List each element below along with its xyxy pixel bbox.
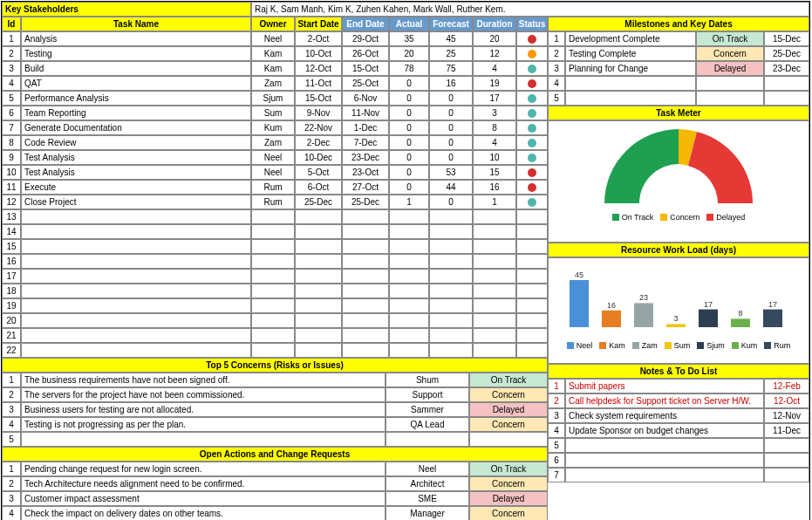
action-owner[interactable]: SME <box>386 491 469 506</box>
task-duration[interactable]: 3 <box>473 106 516 120</box>
concern-owner[interactable]: Shum <box>386 373 469 387</box>
concern-owner[interactable]: Sammer <box>386 402 469 417</box>
note-date[interactable]: 12-Feb <box>764 379 809 393</box>
note-row[interactable]: 1Submit papers12-Feb <box>548 379 809 393</box>
task-row[interactable]: 6Team ReportingSum9-Nov11-Nov003 <box>2 106 548 120</box>
concern-owner[interactable]: Support <box>386 387 469 402</box>
task-row-empty[interactable]: 21 <box>2 328 548 343</box>
task-end[interactable]: 15-Oct <box>342 61 389 76</box>
task-forecast[interactable]: 53 <box>429 165 473 180</box>
milestone-text[interactable]: Planning for Change <box>565 61 696 76</box>
task-forecast[interactable]: 44 <box>429 180 473 195</box>
milestone-text[interactable]: Testing Complete <box>565 46 696 61</box>
action-row[interactable]: 2Tech Architecture needs alignment need … <box>2 476 548 491</box>
task-end[interactable]: 25-Oct <box>342 76 389 91</box>
task-row[interactable]: 8Code ReviewZam2-Dec7-Dec004 <box>2 135 548 150</box>
task-row-empty[interactable]: 20 <box>2 313 548 328</box>
task-duration[interactable]: 19 <box>473 76 516 91</box>
task-name[interactable]: QAT <box>21 76 251 91</box>
task-end[interactable]: 25-Dec <box>342 195 389 209</box>
milestone-date[interactable] <box>764 76 809 91</box>
milestone-date[interactable]: 25-Dec <box>764 46 809 61</box>
concern-text[interactable] <box>21 432 386 447</box>
task-name[interactable]: Test Analysis <box>21 165 251 180</box>
task-name[interactable]: Close Project <box>21 195 251 209</box>
task-row-empty[interactable]: 13 <box>2 209 548 224</box>
task-end[interactable]: 27-Oct <box>342 180 389 195</box>
note-row[interactable]: 2Call helpdesk for Support ticket on Ser… <box>548 393 809 408</box>
concern-row[interactable]: 5 <box>2 432 548 447</box>
task-duration[interactable]: 8 <box>473 120 516 135</box>
task-name[interactable]: Execute <box>21 180 251 195</box>
task-owner[interactable]: Zam <box>251 135 295 150</box>
task-name[interactable]: Team Reporting <box>21 106 251 120</box>
task-row-empty[interactable]: 15 <box>2 239 548 254</box>
task-owner[interactable]: Zam <box>251 76 295 91</box>
task-start[interactable]: 11-Oct <box>295 76 342 91</box>
task-duration[interactable]: 12 <box>473 46 516 61</box>
task-start[interactable]: 2-Dec <box>295 135 342 150</box>
note-text[interactable]: Check system requirements <box>565 408 764 423</box>
task-row-empty[interactable]: 19 <box>2 298 548 313</box>
note-row[interactable]: 3Check system requirements12-Nov <box>548 408 809 423</box>
concern-row[interactable]: 4Testing is not progressing as per the p… <box>2 417 548 432</box>
task-duration[interactable]: 4 <box>473 135 516 150</box>
task-start[interactable]: 5-Oct <box>295 165 342 180</box>
task-owner[interactable]: Kam <box>251 61 295 76</box>
milestone-row[interactable]: 5 <box>548 91 809 106</box>
task-actual[interactable]: 0 <box>389 180 429 195</box>
task-name[interactable]: Test Analysis <box>21 150 251 165</box>
note-row[interactable]: 5 <box>548 438 809 453</box>
task-end[interactable]: 7-Dec <box>342 135 389 150</box>
task-owner[interactable]: Kam <box>251 46 295 61</box>
concern-text[interactable]: Business users for testing are not alloc… <box>21 402 386 417</box>
task-actual[interactable]: 0 <box>389 76 429 91</box>
concern-text[interactable]: The business requirements have not been … <box>21 373 386 387</box>
task-row[interactable]: 4QATZam11-Oct25-Oct01619 <box>2 76 548 91</box>
task-start[interactable]: 10-Oct <box>295 46 342 61</box>
action-owner[interactable]: Manager <box>386 506 469 520</box>
note-text[interactable]: Call helpdesk for Support ticket on Serv… <box>565 393 764 408</box>
note-date[interactable] <box>764 453 809 468</box>
task-forecast[interactable]: 16 <box>429 76 473 91</box>
task-actual[interactable]: 0 <box>389 120 429 135</box>
note-date[interactable]: 12-Nov <box>764 408 809 423</box>
task-owner[interactable]: Kum <box>251 120 295 135</box>
task-start[interactable]: 25-Dec <box>295 195 342 209</box>
task-actual[interactable]: 0 <box>389 106 429 120</box>
concern-row[interactable]: 2The servers for the project have not be… <box>2 387 548 402</box>
task-owner[interactable]: Sum <box>251 106 295 120</box>
task-name[interactable]: Code Review <box>21 135 251 150</box>
task-forecast[interactable]: 0 <box>429 106 473 120</box>
task-forecast[interactable]: 25 <box>429 46 473 61</box>
task-actual[interactable]: 78 <box>389 61 429 76</box>
note-date[interactable]: 11-Dec <box>764 423 809 438</box>
task-row-empty[interactable]: 16 <box>2 254 548 269</box>
note-row[interactable]: 7 <box>548 468 809 482</box>
task-end[interactable]: 11-Nov <box>342 106 389 120</box>
milestone-row[interactable]: 4 <box>548 76 809 91</box>
concern-owner[interactable]: QA Lead <box>386 417 469 432</box>
task-duration[interactable]: 16 <box>473 180 516 195</box>
milestone-row[interactable]: 2Testing CompleteConcern25-Dec <box>548 46 809 61</box>
concern-row[interactable]: 1The business requirements have not been… <box>2 373 548 387</box>
task-start[interactable]: 15-Oct <box>295 91 342 106</box>
task-forecast[interactable]: 45 <box>429 31 473 46</box>
action-text[interactable]: Pending change request for new login scr… <box>21 462 386 476</box>
task-name[interactable]: Generate Documentation <box>21 120 251 135</box>
task-row[interactable]: 11ExecuteRum6-Oct27-Oct04416 <box>2 180 548 195</box>
task-actual[interactable]: 35 <box>389 31 429 46</box>
task-end[interactable]: 29-Oct <box>342 31 389 46</box>
milestone-row[interactable]: 1Development CompleteOn Track15-Dec <box>548 31 809 46</box>
task-actual[interactable]: 0 <box>389 91 429 106</box>
note-text[interactable] <box>565 468 764 482</box>
task-owner[interactable]: Neel <box>251 31 295 46</box>
task-forecast[interactable]: 0 <box>429 120 473 135</box>
task-end[interactable]: 1-Dec <box>342 120 389 135</box>
task-owner[interactable]: Neel <box>251 165 295 180</box>
task-start[interactable]: 10-Dec <box>295 150 342 165</box>
task-owner[interactable]: Sjum <box>251 91 295 106</box>
task-row-empty[interactable]: 18 <box>2 284 548 298</box>
task-row-empty[interactable]: 14 <box>2 224 548 239</box>
note-row[interactable]: 6 <box>548 453 809 468</box>
